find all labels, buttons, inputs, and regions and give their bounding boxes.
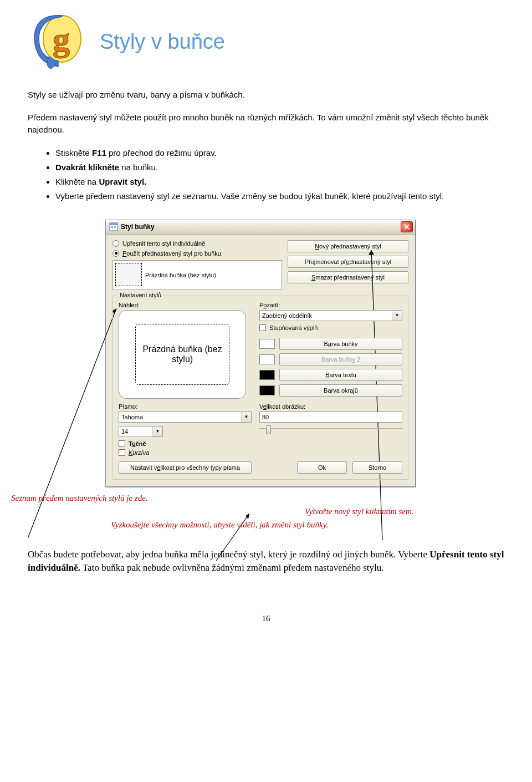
background-combo[interactable]: Zaoblený obdélník ▼	[259, 310, 402, 321]
radio-icon	[112, 240, 119, 247]
checkbox-icon	[119, 449, 125, 456]
gradient-checkbox[interactable]: Stupňovaná výplň	[259, 324, 402, 331]
bold-checkbox[interactable]: Tučně	[119, 440, 252, 447]
rename-preset-button[interactable]: Přejmenovat přednastavený styl	[288, 256, 408, 268]
chevron-down-icon: ▼	[241, 412, 251, 422]
dialog-title: Styl buňky	[121, 223, 155, 231]
fieldset-legend: Nastavení stylů	[117, 292, 163, 298]
chevron-down-icon: ▼	[392, 311, 402, 321]
logo-icon: g	[28, 11, 83, 72]
list-item: Dvakrát klikněte na buňku.	[55, 161, 504, 174]
caption-right: Vytvořte nový styl kliknutím sem.	[305, 507, 413, 516]
caption-left: Seznam předem nastavených stylů je zde.	[11, 494, 148, 503]
svg-rect-9	[110, 223, 117, 225]
intro-para-1: Styly se užívají pro změnu tvaru, barvy …	[28, 89, 504, 101]
checkbox-icon	[119, 440, 125, 447]
style-preview: Prázdná buňka (bez stylu)	[119, 310, 246, 399]
background-label: Pozadí:	[259, 302, 402, 308]
instruction-list: Stiskněte F11 pro přechod do režimu úpra…	[55, 146, 504, 203]
cell-color2-button: Barva buňky 2	[279, 353, 402, 365]
font-combo[interactable]: Tahoma ▼	[119, 412, 252, 423]
fontsize-combo[interactable]: 14 ▼	[119, 426, 163, 437]
caption-mid: Vyzkoušejte všechny možnosti, abyste vid…	[111, 520, 328, 530]
ok-button[interactable]: Ok	[297, 461, 347, 474]
list-item: Vyberte předem nastavený styl ze seznamu…	[55, 190, 504, 203]
svg-text:g: g	[53, 21, 70, 58]
list-item: Klikněte na Upravit styl.	[55, 175, 504, 189]
text-color-button[interactable]: Barva textu	[279, 369, 402, 381]
set-all-size-button[interactable]: Nastavit velikost pro všechny typy písma	[119, 461, 252, 474]
cell-style-dialog: Styl buňky Upřesnit tento styl individuá…	[105, 220, 416, 487]
style-settings-group: Nastavení stylů Náhled: Prázdná buňka (b…	[112, 296, 408, 480]
style-thumbnail[interactable]	[115, 263, 142, 286]
delete-preset-button[interactable]: Smazat přednastavený styl	[288, 271, 408, 283]
svg-rect-10	[111, 226, 113, 228]
cell-color-swatch	[259, 339, 275, 349]
dialog-icon	[109, 222, 118, 231]
chevron-down-icon: ▼	[152, 426, 162, 436]
dialog-titlebar: Styl buňky	[106, 220, 415, 235]
close-button[interactable]	[401, 221, 413, 232]
style-name-label: Prázdná buňka (bez stylu)	[145, 272, 216, 278]
final-paragraph: Občas budete potřebovat, aby jedna buňka…	[28, 548, 504, 575]
preview-text: Prázdná buňka (bez stylu)	[135, 324, 229, 385]
cell-color2-swatch	[259, 354, 275, 364]
imagesize-label: Velikost obrázku:	[259, 403, 402, 410]
italic-checkbox[interactable]: Kurzíva	[119, 449, 252, 456]
close-icon	[404, 224, 410, 230]
page-title: Styly v buňce	[100, 30, 225, 54]
page-number: 16	[28, 614, 504, 623]
intro-para-2: Předem nastavený styl můžete použít pro …	[28, 111, 504, 136]
cell-color-button[interactable]: Barva buňky	[279, 338, 402, 350]
svg-rect-11	[114, 226, 116, 228]
radio-individual[interactable]: Upřesnit tento styl individuálně	[112, 240, 282, 247]
radio-preset[interactable]: Použít přednastavený styl pro buňku:	[112, 250, 282, 257]
border-color-button[interactable]: Barva okrajů	[279, 384, 402, 397]
preview-label: Náhled:	[119, 302, 252, 308]
font-label: Písmo:	[119, 403, 252, 410]
new-preset-button[interactable]: Nový přednastavený styl	[288, 240, 408, 252]
cancel-button[interactable]: Storno	[352, 461, 402, 474]
imagesize-input[interactable]: 80	[259, 412, 402, 423]
checkbox-icon	[259, 324, 266, 331]
preset-style-list[interactable]: Prázdná buňka (bez stylu)	[112, 260, 282, 290]
radio-checked-icon	[112, 250, 119, 257]
list-item: Stiskněte F11 pro přechod do režimu úpra…	[55, 146, 504, 160]
border-color-swatch	[259, 385, 275, 395]
imagesize-slider[interactable]	[259, 425, 402, 433]
text-color-swatch	[259, 370, 275, 380]
